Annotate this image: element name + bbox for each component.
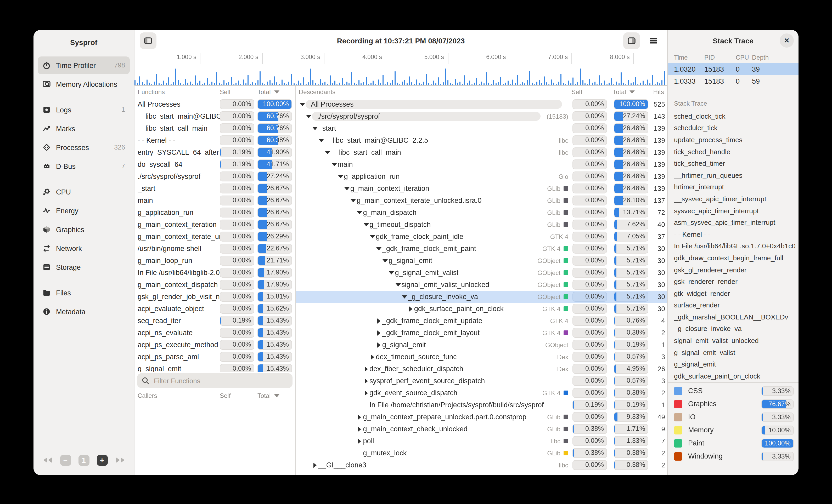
hits-column-header[interactable]: Hits xyxy=(647,88,664,96)
expand-arrow-icon[interactable] xyxy=(356,426,363,431)
stack-frame[interactable]: __sysvec_apic_timer_interrupt xyxy=(668,193,799,205)
stack-frame[interactable]: signal_emit_valist_unlocked xyxy=(668,335,799,347)
descendant-row[interactable]: ./src/sysprof/sysprof(15183)0.00%27.24%2… xyxy=(296,110,667,122)
function-row[interactable]: All Processes0.00%100.00%100.00% xyxy=(134,98,295,110)
function-row[interactable]: g_main_context_iterate_unlocked.isra.00.… xyxy=(134,230,295,243)
descendants-total-column-header[interactable]: Total xyxy=(613,88,647,96)
zoom-in-button[interactable]: + xyxy=(97,455,107,466)
self-column-header[interactable]: Self xyxy=(220,88,254,96)
expand-arrow-icon[interactable] xyxy=(363,366,369,371)
expand-arrow-icon[interactable] xyxy=(375,342,382,347)
function-row[interactable]: ./src/sysprof/sysprof0.00%27.24%27.24% xyxy=(134,170,295,183)
sidebar-item-time-profiler[interactable]: Time Profiler798 xyxy=(38,56,130,74)
function-row[interactable]: entry_SYSCALL_64_after_hwframe0.19%0.19%… xyxy=(134,146,295,159)
descendant-row[interactable]: In File /home/christian/Projects/sysprof… xyxy=(296,399,667,411)
stack-frame[interactable]: hrtimer_interrupt xyxy=(668,181,799,193)
stack-frame[interactable]: _g_closure_invoke_va xyxy=(668,323,799,335)
descendant-row[interactable]: sysprof_perf_event_source_dispatch0.00%0… xyxy=(296,375,667,387)
descendant-row[interactable]: g_signal_emit_valistGObject0.00%5.71%5.7… xyxy=(296,267,667,279)
descendant-row[interactable]: g_timeout_dispatchGLib0.00%7.62%7.62%40 xyxy=(296,219,667,230)
toggle-sidebar-button[interactable] xyxy=(140,32,156,49)
collapse-arrow-icon[interactable] xyxy=(318,139,325,142)
collapse-arrow-icon[interactable] xyxy=(382,259,389,262)
collapse-arrow-icon[interactable] xyxy=(369,235,376,238)
close-panel-button[interactable]: ✕ xyxy=(780,33,794,48)
stack-frame[interactable]: tick_sched_timer xyxy=(668,158,799,169)
function-row[interactable]: _start0.00%26.67%26.67% xyxy=(134,183,295,195)
collapse-arrow-icon[interactable] xyxy=(343,187,350,190)
sidebar-item-files[interactable]: Files xyxy=(38,284,130,302)
descendant-row[interactable]: g_signal_emitGObject0.00%5.71%5.71%30 xyxy=(296,255,667,267)
collapse-arrow-icon[interactable] xyxy=(337,175,344,178)
stack-frame[interactable]: gdk_surface_paint_on_clock xyxy=(668,370,799,382)
function-row[interactable]: acpi_ns_evaluate0.00%15.43%15.43% xyxy=(134,327,295,339)
sidebar-item-network[interactable]: Network xyxy=(38,240,130,257)
descendant-row[interactable]: dex_fiber_scheduler_dispatchDex0.00%4.95… xyxy=(296,363,667,375)
descendant-row[interactable]: dex_timeout_source_funcDex0.00%0.57%0.57… xyxy=(296,351,667,363)
descendant-row[interactable]: polllibc0.00%1.33%1.33%7 xyxy=(296,435,667,447)
sidebar-item-energy[interactable]: Energy xyxy=(38,202,130,220)
seek-backward-icon[interactable] xyxy=(42,457,53,463)
descendant-row[interactable]: g_main_context_prepare_unlocked.part.0.c… xyxy=(296,411,667,423)
collapse-arrow-icon[interactable] xyxy=(312,127,318,130)
callers-column-header[interactable]: Callers xyxy=(138,392,220,399)
function-row[interactable]: do_syscall_640.19%0.19%41.71%41.71% xyxy=(134,159,295,170)
expand-arrow-icon[interactable] xyxy=(363,378,369,384)
function-row[interactable]: seq_read_iter0.19%0.19%15.43%15.43% xyxy=(134,315,295,327)
sample-row[interactable]: 1.032015183039 xyxy=(668,63,799,75)
function-row[interactable]: acpi_ps_execute_method0.00%15.43%15.43% xyxy=(134,339,295,351)
filter-functions-field[interactable] xyxy=(153,376,288,385)
function-row[interactable]: main0.00%26.67%26.67% xyxy=(134,195,295,206)
timeline[interactable]: 1.000 s2.000 s3.000 s4.000 s5.000 s6.000… xyxy=(134,52,667,86)
collapse-arrow-icon[interactable] xyxy=(375,247,382,250)
expand-arrow-icon[interactable] xyxy=(363,390,369,395)
function-row[interactable]: g_main_loop_run0.00%21.71%21.71% xyxy=(134,255,295,267)
descendant-row[interactable]: _g_closure_invoke_vaGObject0.00%5.71%5.7… xyxy=(296,291,667,303)
descendant-row[interactable]: _gdk_frame_clock_emit_updateGTK 40.00%0.… xyxy=(296,315,667,327)
descendant-row[interactable]: _start0.00%26.48%26.48%139 xyxy=(296,122,667,134)
primary-menu-button[interactable] xyxy=(645,32,662,49)
descendant-row[interactable]: All Processes0.00%100.00%100.00%525 xyxy=(296,98,667,110)
expand-arrow-icon[interactable] xyxy=(356,414,363,420)
collapse-arrow-icon[interactable] xyxy=(299,103,306,106)
sidebar-item-graphics[interactable]: Graphics xyxy=(38,221,130,239)
descendant-row[interactable]: gdk_frame_clock_paint_idleGTK 40.00%7.05… xyxy=(296,230,667,243)
collapse-arrow-icon[interactable] xyxy=(305,115,312,118)
function-row[interactable]: g_main_context_iteration0.00%26.67%26.67… xyxy=(134,219,295,230)
stack-frame[interactable]: surface_render xyxy=(668,299,799,311)
function-row[interactable]: g_application_run0.00%26.67%26.67% xyxy=(134,206,295,219)
stack-frame[interactable]: sysvec_apic_timer_interrupt xyxy=(668,205,799,217)
descendant-row[interactable]: g_main_dispatchGLib0.00%13.71%13.71%72 xyxy=(296,206,667,219)
toggle-stack-panel-button[interactable] xyxy=(623,32,640,49)
expand-arrow-icon[interactable] xyxy=(356,439,363,444)
function-row[interactable]: __libc_start_call_main0.00%60.76%60.76% xyxy=(134,122,295,134)
descendant-row[interactable]: g_mutex_lockGLib0.38%0.38%0.38%0.38%2 xyxy=(296,447,667,459)
function-row[interactable]: - - Kernel - -0.00%60.38%60.38% xyxy=(134,134,295,146)
function-row[interactable]: In File /usr/lib64/libglib-2.0.so.00.00%… xyxy=(134,267,295,279)
sidebar-item-cpu[interactable]: CPU xyxy=(38,183,130,201)
collapse-arrow-icon[interactable] xyxy=(388,271,395,274)
collapse-arrow-icon[interactable] xyxy=(394,283,401,286)
collapse-arrow-icon[interactable] xyxy=(401,295,408,298)
descendant-row[interactable]: signal_emit_valist_unlockedGObject0.00%5… xyxy=(296,279,667,291)
stack-frame[interactable]: g_signal_emit_valist xyxy=(668,347,799,358)
descendant-row[interactable]: gdk_event_source_dispatchGTK 40.00%0.38%… xyxy=(296,387,667,399)
filter-functions-input[interactable] xyxy=(137,373,292,388)
descendant-row[interactable]: __GI___clone3libc0.00%0.38%0.38%2 xyxy=(296,459,667,471)
function-row[interactable]: /usr/bin/gnome-shell0.00%22.67%22.67% xyxy=(134,243,295,255)
collapse-arrow-icon[interactable] xyxy=(331,163,338,166)
expand-arrow-icon[interactable] xyxy=(369,354,376,359)
function-row[interactable]: acpi_evaluate_object0.00%15.62%15.62% xyxy=(134,303,295,315)
expand-arrow-icon[interactable] xyxy=(375,330,382,335)
function-row[interactable]: gsk_gl_render_job_visit_node0.00%15.81%1… xyxy=(134,291,295,303)
function-row[interactable]: __libc_start_main@GLIBC_2.2.50.00%60.76%… xyxy=(134,110,295,122)
stack-frame[interactable]: scheduler_tick xyxy=(668,122,799,134)
sample-row[interactable]: 1.033315183059 xyxy=(668,75,799,87)
sidebar-item-logs[interactable]: Logs1 xyxy=(38,101,130,119)
descendant-row[interactable]: g_main_context_iterationGLib0.00%26.48%2… xyxy=(296,183,667,195)
descendant-row[interactable]: g_main_context_check_unlockedGLib0.38%0.… xyxy=(296,423,667,435)
stack-frame[interactable]: gsk_gl_renderer_render xyxy=(668,264,799,276)
collapse-arrow-icon[interactable] xyxy=(356,211,363,214)
collapse-arrow-icon[interactable] xyxy=(363,223,369,226)
descendant-row[interactable]: main0.00%26.48%26.48%139 xyxy=(296,159,667,170)
